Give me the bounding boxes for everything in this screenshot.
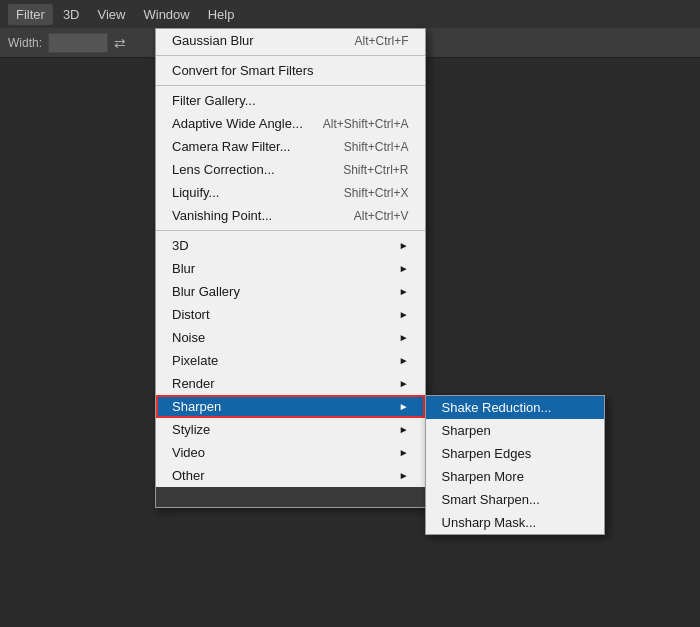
- blur-label: Blur: [172, 261, 195, 276]
- filter-menu: Gaussian Blur Alt+Ctrl+F Convert for Sma…: [155, 28, 426, 508]
- camera-raw-label: Camera Raw Filter...: [172, 139, 290, 154]
- menu-bar-filter[interactable]: Filter: [8, 4, 53, 25]
- sharpen-label: Sharpen: [172, 399, 221, 414]
- toolbar-arrow-icon: ⇄: [114, 35, 126, 51]
- shake-reduction-label: Shake Reduction...: [442, 400, 552, 415]
- submenu-smart-sharpen[interactable]: Smart Sharpen...: [426, 488, 604, 511]
- filter-gallery-label: Filter Gallery...: [172, 93, 256, 108]
- menu-item-noise[interactable]: Noise ►: [156, 326, 425, 349]
- liquify-shortcut: Shift+Ctrl+X: [344, 186, 409, 200]
- other-label: Other: [172, 468, 205, 483]
- menu-item-distort[interactable]: Distort ►: [156, 303, 425, 326]
- sharpen-arrow-icon: ►: [399, 401, 409, 412]
- menu-item-camera-raw[interactable]: Camera Raw Filter... Shift+Ctrl+A: [156, 135, 425, 158]
- menu-item-filter-gallery[interactable]: Filter Gallery...: [156, 89, 425, 112]
- menu-item-3d[interactable]: 3D ►: [156, 234, 425, 257]
- render-label: Render: [172, 376, 215, 391]
- separator-1: [156, 55, 425, 56]
- sharpen-only-label: Sharpen: [442, 423, 491, 438]
- width-input[interactable]: [48, 33, 108, 53]
- blur-gallery-arrow-icon: ►: [399, 286, 409, 297]
- menu-item-vanishing-point[interactable]: Vanishing Point... Alt+Ctrl+V: [156, 204, 425, 227]
- distort-arrow-icon: ►: [399, 309, 409, 320]
- noise-label: Noise: [172, 330, 205, 345]
- menu-item-other[interactable]: Other ►: [156, 464, 425, 487]
- menu-item-adaptive-wide[interactable]: Adaptive Wide Angle... Alt+Shift+Ctrl+A: [156, 112, 425, 135]
- pixelate-label: Pixelate: [172, 353, 218, 368]
- submenu-unsharp-mask[interactable]: Unsharp Mask...: [426, 511, 604, 534]
- menu-item-sharpen[interactable]: Sharpen ► Shake Reduction... Sharpen Sha…: [156, 395, 425, 418]
- render-arrow-icon: ►: [399, 378, 409, 389]
- sharpen-submenu: Shake Reduction... Sharpen Sharpen Edges…: [425, 395, 605, 535]
- camera-raw-shortcut: Shift+Ctrl+A: [344, 140, 409, 154]
- adaptive-wide-shortcut: Alt+Shift+Ctrl+A: [323, 117, 409, 131]
- video-label: Video: [172, 445, 205, 460]
- menu-bar-3d[interactable]: 3D: [55, 4, 88, 25]
- vanishing-point-label: Vanishing Point...: [172, 208, 272, 223]
- menu-item-blur-gallery[interactable]: Blur Gallery ►: [156, 280, 425, 303]
- sharpen-more-label: Sharpen More: [442, 469, 524, 484]
- separator-2: [156, 85, 425, 86]
- menu-bottom-area: [156, 487, 425, 507]
- menu-bar-window[interactable]: Window: [135, 4, 197, 25]
- width-label: Width:: [8, 36, 42, 50]
- menu-item-convert-smart[interactable]: Convert for Smart Filters: [156, 59, 425, 82]
- blur-gallery-label: Blur Gallery: [172, 284, 240, 299]
- menu-item-render[interactable]: Render ►: [156, 372, 425, 395]
- separator-3: [156, 230, 425, 231]
- sharpen-edges-label: Sharpen Edges: [442, 446, 532, 461]
- stylize-label: Stylize: [172, 422, 210, 437]
- video-arrow-icon: ►: [399, 447, 409, 458]
- menu-item-video[interactable]: Video ►: [156, 441, 425, 464]
- liquify-label: Liquify...: [172, 185, 219, 200]
- app-background: Filter 3D View Window Help Width: ⇄ Gaus…: [0, 0, 700, 627]
- menu-item-stylize[interactable]: Stylize ►: [156, 418, 425, 441]
- gaussian-blur-shortcut: Alt+Ctrl+F: [355, 34, 409, 48]
- submenu-shake-reduction[interactable]: Shake Reduction...: [426, 396, 604, 419]
- menu-item-blur[interactable]: Blur ►: [156, 257, 425, 280]
- other-arrow-icon: ►: [399, 470, 409, 481]
- lens-correction-label: Lens Correction...: [172, 162, 275, 177]
- lens-correction-shortcut: Shift+Ctrl+R: [343, 163, 408, 177]
- submenu-sharpen-more[interactable]: Sharpen More: [426, 465, 604, 488]
- convert-smart-label: Convert for Smart Filters: [172, 63, 314, 78]
- distort-label: Distort: [172, 307, 210, 322]
- submenu-sharpen-edges[interactable]: Sharpen Edges: [426, 442, 604, 465]
- noise-arrow-icon: ►: [399, 332, 409, 343]
- pixelate-arrow-icon: ►: [399, 355, 409, 366]
- menu-item-liquify[interactable]: Liquify... Shift+Ctrl+X: [156, 181, 425, 204]
- blur-arrow-icon: ►: [399, 263, 409, 274]
- 3d-label: 3D: [172, 238, 189, 253]
- adaptive-wide-label: Adaptive Wide Angle...: [172, 116, 303, 131]
- smart-sharpen-label: Smart Sharpen...: [442, 492, 540, 507]
- filter-dropdown: Gaussian Blur Alt+Ctrl+F Convert for Sma…: [155, 28, 426, 508]
- menu-item-lens-correction[interactable]: Lens Correction... Shift+Ctrl+R: [156, 158, 425, 181]
- unsharp-mask-label: Unsharp Mask...: [442, 515, 537, 530]
- menu-bar-help[interactable]: Help: [200, 4, 243, 25]
- menu-bar-view[interactable]: View: [90, 4, 134, 25]
- menu-item-pixelate[interactable]: Pixelate ►: [156, 349, 425, 372]
- vanishing-point-shortcut: Alt+Ctrl+V: [354, 209, 409, 223]
- stylize-arrow-icon: ►: [399, 424, 409, 435]
- 3d-arrow-icon: ►: [399, 240, 409, 251]
- menu-bar: Filter 3D View Window Help: [0, 0, 700, 28]
- menu-item-gaussian-blur[interactable]: Gaussian Blur Alt+Ctrl+F: [156, 29, 425, 52]
- gaussian-blur-label: Gaussian Blur: [172, 33, 254, 48]
- submenu-sharpen[interactable]: Sharpen: [426, 419, 604, 442]
